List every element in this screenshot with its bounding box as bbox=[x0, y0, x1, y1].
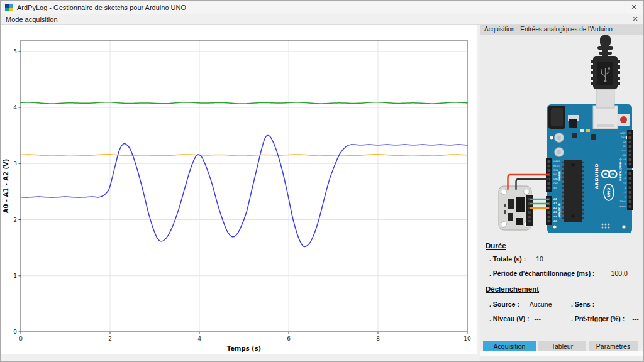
y-tick-label: 2 bbox=[13, 217, 17, 223]
model-text: UNO bbox=[606, 188, 611, 197]
param-row-niveau-pretrigger: . Niveau (V) : --- . Pré-trigger (%) : -… bbox=[489, 315, 640, 322]
pin-label-digital: 12 bbox=[623, 145, 626, 148]
section-title-declenchement: Déclenchement bbox=[486, 285, 539, 293]
digital-header-lower bbox=[627, 170, 633, 210]
window-close-icon[interactable]: ✕ bbox=[625, 3, 643, 11]
x-tick-label: 2 bbox=[108, 336, 112, 342]
niveau-label: . Niveau (V) : bbox=[489, 315, 530, 322]
title-bar: ArdPyLog - Gestionnaire de sketchs pour … bbox=[1, 1, 643, 14]
pin-label-digital: AREF bbox=[620, 132, 626, 134]
digital-header-upper bbox=[627, 130, 633, 168]
arduino-board: ARDUINOUNOIOREFRESET3.3V5VGNDGNDVinA0A1A… bbox=[546, 104, 633, 233]
menu-item-mode-acquisition[interactable]: Mode acquisition bbox=[1, 16, 63, 23]
arduino-svg: ARDUINOUNOIOREFRESET3.3V5VGNDGNDVinA0A1A… bbox=[484, 35, 641, 238]
waveform-chart: 0246810012345Temps (s)A0 - A1 - A2 (V) bbox=[1, 25, 477, 354]
pin-label-digital: RX←0 bbox=[619, 206, 626, 208]
y-tick-label: 4 bbox=[13, 104, 17, 111]
pin-label-digital: 2 bbox=[625, 196, 626, 199]
y-tick-label: 5 bbox=[13, 48, 17, 55]
menubar-close-icon[interactable]: ✕ bbox=[627, 15, 643, 23]
y-tick-label: 0 bbox=[13, 329, 17, 335]
pin-label-analog: A2 bbox=[553, 206, 557, 209]
source-value: Aucune bbox=[530, 300, 552, 308]
param-row-totale: . Totale (s) : 10 bbox=[489, 255, 543, 263]
pin-label-power: IOREF bbox=[553, 160, 560, 163]
niveau-value: --- bbox=[535, 315, 541, 322]
app-window: ArdPyLog - Gestionnaire de sketchs pour … bbox=[0, 0, 644, 362]
pin-label-analog: A1 bbox=[553, 202, 557, 205]
pin-label-analog: A5 bbox=[553, 219, 557, 222]
usb-cable bbox=[591, 35, 620, 108]
x-tick-label: 6 bbox=[287, 336, 291, 342]
acquisition-panel: Acquisition - Entrées analogiques de l'A… bbox=[480, 25, 644, 362]
pin-label-power: RESET bbox=[553, 165, 561, 167]
power-section-label: POWER bbox=[558, 171, 561, 181]
pin-label-digital: 4 bbox=[625, 187, 626, 189]
analog-section-label: ANALOG IN bbox=[558, 203, 561, 218]
periode-value: 100.0 bbox=[611, 270, 628, 277]
pin-label-digital: ~5 bbox=[623, 182, 626, 184]
sens-label: . Sens : bbox=[571, 300, 594, 308]
pin-label-digital: TX→1 bbox=[619, 200, 626, 203]
menu-bar: Mode acquisition ✕ bbox=[1, 14, 643, 25]
pin-label-power: Vin bbox=[553, 187, 557, 189]
pin-label-digital: 8 bbox=[625, 163, 626, 165]
brand-text: ARDUINO bbox=[594, 163, 599, 189]
app-icon bbox=[4, 3, 13, 12]
pin-label-digital: 7 bbox=[625, 172, 626, 175]
pin-label-digital: ~6 bbox=[623, 177, 626, 180]
param-row-periode: . Période d'échantillonnage (ms) : 100.0 bbox=[489, 270, 628, 277]
totale-value: 10 bbox=[536, 255, 543, 263]
y-axis-label: A0 - A1 - A2 (V) bbox=[3, 159, 9, 214]
periode-label: . Période d'échantillonnage (ms) : bbox=[489, 270, 595, 277]
sensor-module bbox=[499, 186, 533, 230]
tab-tableur[interactable]: Tableur bbox=[538, 341, 586, 351]
pretrigger-value: --- bbox=[632, 315, 639, 322]
pin-label-digital: 13 bbox=[623, 141, 626, 143]
x-tick-label: 0 bbox=[19, 336, 23, 342]
x-tick-label: 4 bbox=[197, 336, 201, 342]
x-axis-label: Temps (s) bbox=[227, 345, 261, 352]
pin-label-digital: GND bbox=[621, 136, 626, 139]
chart-svg: 0246810012345Temps (s)A0 - A1 - A2 (V) bbox=[1, 25, 477, 354]
pin-label-analog: A0 bbox=[553, 197, 557, 200]
totale-label: . Totale (s) : bbox=[489, 255, 526, 263]
tab-acquisition[interactable]: Acquisition bbox=[483, 341, 536, 351]
pin-label-digital: ~9 bbox=[623, 158, 626, 161]
x-tick-label: 8 bbox=[376, 336, 380, 342]
pretrigger-label: . Pré-trigger (%) : bbox=[571, 315, 625, 322]
pin-label-analog: A4 bbox=[553, 215, 557, 218]
x-tick-label: 10 bbox=[464, 336, 471, 342]
pin-label-power: GND bbox=[553, 182, 558, 185]
tab-underlay bbox=[480, 351, 644, 356]
y-tick-label: 3 bbox=[13, 160, 17, 167]
panel-header: Acquisition - Entrées analogiques de l'A… bbox=[480, 25, 644, 35]
arduino-illustration: ARDUINOUNOIOREFRESET3.3V5VGNDGNDVinA0A1A… bbox=[484, 35, 641, 238]
param-row-source-sens: . Source : Aucune . Sens : bbox=[489, 300, 640, 308]
window-title: ArdPyLog - Gestionnaire de sketchs pour … bbox=[17, 4, 186, 11]
y-tick-label: 1 bbox=[13, 273, 17, 279]
pin-label-digital: ~11 bbox=[621, 150, 626, 152]
pin-label-digital: ~10 bbox=[621, 154, 626, 156]
digital-section-label: DIGITAL (PWM~) bbox=[619, 158, 622, 181]
tab-bar: Acquisition Tableur Paramètres bbox=[483, 341, 638, 351]
pin-label-power: 5V bbox=[553, 173, 557, 176]
section-title-duree: Durée bbox=[486, 242, 506, 250]
pin-label-analog: A3 bbox=[553, 211, 557, 214]
pin-label-digital: ~3 bbox=[623, 191, 626, 194]
tab-parametres[interactable]: Paramètres bbox=[589, 341, 638, 351]
atmega-chip bbox=[562, 160, 584, 222]
source-label: . Source : bbox=[489, 300, 519, 308]
